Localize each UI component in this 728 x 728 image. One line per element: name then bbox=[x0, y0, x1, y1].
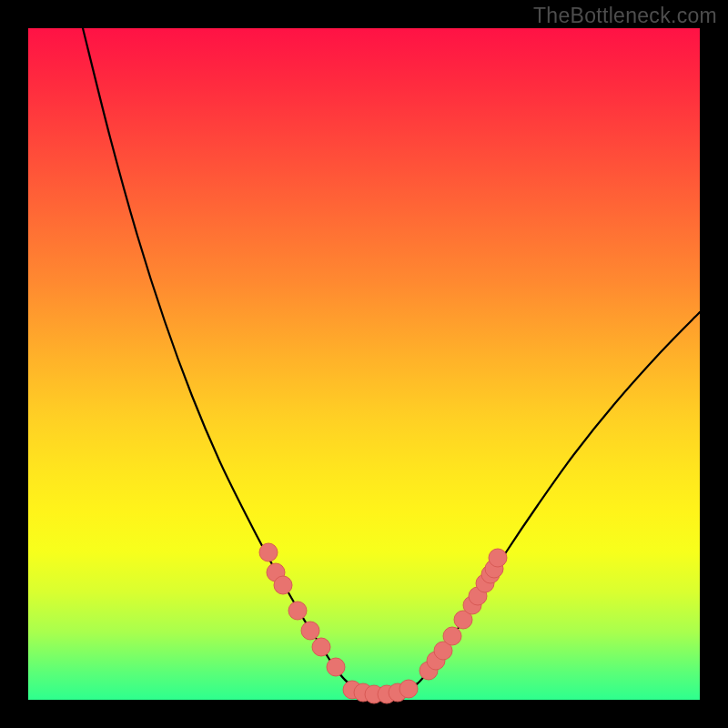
data-marker bbox=[489, 549, 507, 567]
data-marker bbox=[274, 576, 292, 594]
outer-frame: TheBottleneck.com bbox=[0, 0, 728, 728]
curve-layer bbox=[83, 28, 700, 695]
chart-svg bbox=[28, 28, 700, 700]
data-marker bbox=[301, 622, 319, 640]
data-marker bbox=[327, 658, 345, 676]
data-marker bbox=[288, 602, 307, 620]
data-marker bbox=[443, 627, 461, 645]
marker-layer bbox=[259, 543, 507, 703]
data-marker bbox=[259, 543, 278, 561]
data-marker bbox=[399, 680, 418, 698]
curve-left-curve bbox=[83, 28, 372, 694]
watermark-label: TheBottleneck.com bbox=[533, 4, 717, 28]
data-marker bbox=[312, 638, 330, 656]
